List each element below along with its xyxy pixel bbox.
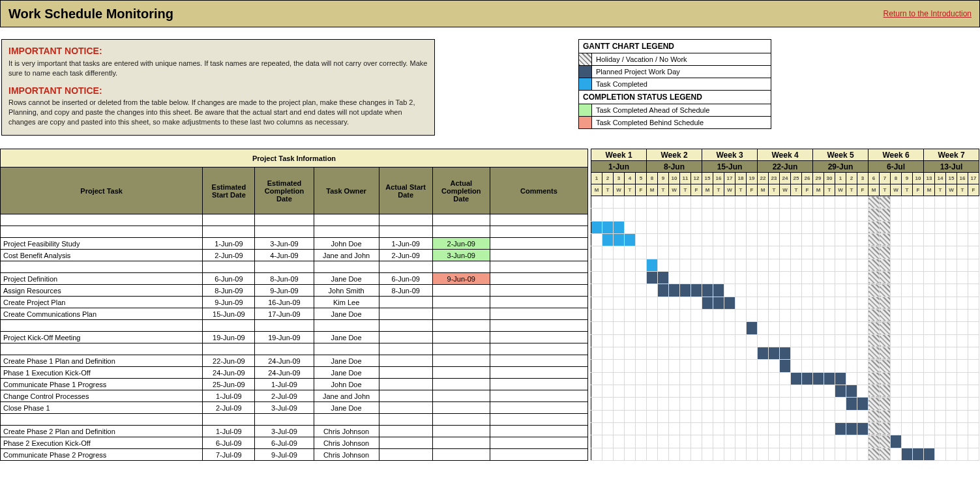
- task-cell[interactable]: [314, 414, 379, 426]
- task-cell[interactable]: [379, 355, 432, 367]
- task-cell[interactable]: [432, 320, 490, 332]
- task-cell[interactable]: 8-Jun-09: [203, 285, 255, 297]
- task-cell[interactable]: 22-Jun-09: [203, 355, 255, 367]
- task-cell[interactable]: 2-Jun-09: [379, 250, 432, 261]
- task-cell[interactable]: [379, 449, 432, 461]
- task-name-cell[interactable]: Communicate Phase 1 Progress: [1, 379, 203, 390]
- task-name-cell[interactable]: Assign Resources: [1, 285, 203, 297]
- task-cell[interactable]: [432, 449, 490, 461]
- task-cell[interactable]: Chris Johnson: [314, 426, 379, 437]
- task-cell[interactable]: 3-Jun-09: [432, 250, 490, 261]
- task-name-cell[interactable]: [1, 343, 203, 355]
- task-cell[interactable]: Chris Johnson: [314, 437, 379, 449]
- task-cell[interactable]: 1-Jun-09: [379, 238, 432, 250]
- task-cell[interactable]: Jane Doe: [314, 367, 379, 379]
- task-name-cell[interactable]: Communicate Phase 2 Progress: [1, 449, 203, 461]
- task-cell[interactable]: [314, 343, 379, 355]
- task-cell[interactable]: 25-Jun-09: [203, 379, 255, 390]
- task-cell[interactable]: 24-Jun-09: [255, 367, 314, 379]
- task-name-cell[interactable]: [1, 214, 203, 226]
- task-cell[interactable]: [490, 355, 587, 367]
- task-cell[interactable]: 6-Jun-09: [379, 273, 432, 285]
- task-cell[interactable]: [490, 320, 587, 332]
- task-name-cell[interactable]: Phase 1 Execution Kick-Off: [1, 367, 203, 379]
- task-cell[interactable]: [203, 343, 255, 355]
- task-cell[interactable]: 17-Jun-09: [255, 308, 314, 320]
- task-cell[interactable]: [255, 261, 314, 273]
- task-cell[interactable]: [379, 414, 432, 426]
- task-cell[interactable]: [432, 297, 490, 308]
- task-name-cell[interactable]: Project Kick-Off Meeting: [1, 332, 203, 343]
- task-name-cell[interactable]: Close Phase 1: [1, 402, 203, 414]
- task-cell[interactable]: 6-Jun-09: [203, 273, 255, 285]
- task-cell[interactable]: 1-Jul-09: [203, 426, 255, 437]
- task-cell[interactable]: [255, 226, 314, 238]
- task-cell[interactable]: 2-Jul-09: [203, 402, 255, 414]
- task-name-cell[interactable]: Create Project Plan: [1, 297, 203, 308]
- task-cell[interactable]: 3-Jul-09: [255, 402, 314, 414]
- task-cell[interactable]: [490, 426, 587, 437]
- task-cell[interactable]: Chris Johnson: [314, 449, 379, 461]
- task-cell[interactable]: [432, 285, 490, 297]
- task-cell[interactable]: Jane and John: [314, 250, 379, 261]
- task-name-cell[interactable]: Phase 2 Execution Kick-Off: [1, 437, 203, 449]
- task-cell[interactable]: [490, 226, 587, 238]
- task-cell[interactable]: 8-Jun-09: [255, 273, 314, 285]
- task-name-cell[interactable]: Create Communications Plan: [1, 308, 203, 320]
- task-cell[interactable]: [379, 332, 432, 343]
- task-cell[interactable]: 2-Jun-09: [432, 238, 490, 250]
- task-cell[interactable]: 1-Jul-09: [203, 390, 255, 402]
- task-name-cell[interactable]: Project Definition: [1, 273, 203, 285]
- task-cell[interactable]: 8-Jun-09: [379, 285, 432, 297]
- task-cell[interactable]: [432, 355, 490, 367]
- task-cell[interactable]: 3-Jun-09: [255, 238, 314, 250]
- task-cell[interactable]: [490, 402, 587, 414]
- task-cell[interactable]: [379, 320, 432, 332]
- task-cell[interactable]: [314, 226, 379, 238]
- task-cell[interactable]: 2-Jun-09: [203, 250, 255, 261]
- task-cell[interactable]: [432, 226, 490, 238]
- task-cell[interactable]: [255, 320, 314, 332]
- task-cell[interactable]: [379, 379, 432, 390]
- task-cell[interactable]: [379, 390, 432, 402]
- task-cell[interactable]: [379, 426, 432, 437]
- task-name-cell[interactable]: Create Phase 2 Plan and Definition: [1, 426, 203, 437]
- task-cell[interactable]: 4-Jun-09: [255, 250, 314, 261]
- task-name-cell[interactable]: [1, 414, 203, 426]
- task-cell[interactable]: Jane Doe: [314, 332, 379, 343]
- task-cell[interactable]: [432, 414, 490, 426]
- task-cell[interactable]: [490, 414, 587, 426]
- task-cell[interactable]: [490, 379, 587, 390]
- task-cell[interactable]: John Doe: [314, 379, 379, 390]
- task-cell[interactable]: [379, 308, 432, 320]
- task-cell[interactable]: [490, 297, 587, 308]
- task-name-cell[interactable]: [1, 226, 203, 238]
- task-cell[interactable]: [314, 320, 379, 332]
- task-cell[interactable]: 1-Jun-09: [203, 238, 255, 250]
- task-cell[interactable]: 19-Jun-09: [255, 332, 314, 343]
- task-cell[interactable]: [432, 379, 490, 390]
- task-cell[interactable]: 9-Jun-09: [255, 285, 314, 297]
- task-cell[interactable]: [490, 332, 587, 343]
- task-cell[interactable]: [379, 297, 432, 308]
- task-cell[interactable]: [490, 238, 587, 250]
- task-cell[interactable]: [490, 308, 587, 320]
- task-cell[interactable]: [490, 273, 587, 285]
- task-cell[interactable]: [432, 214, 490, 226]
- task-cell[interactable]: [203, 320, 255, 332]
- task-name-cell[interactable]: Create Phase 1 Plan and Definition: [1, 355, 203, 367]
- task-cell[interactable]: 19-Jun-09: [203, 332, 255, 343]
- task-cell[interactable]: [432, 343, 490, 355]
- task-cell[interactable]: Jane and John: [314, 390, 379, 402]
- task-cell[interactable]: Jane Doe: [314, 308, 379, 320]
- task-cell[interactable]: [379, 402, 432, 414]
- task-cell[interactable]: Jane Doe: [314, 273, 379, 285]
- task-cell[interactable]: 24-Jun-09: [203, 367, 255, 379]
- task-cell[interactable]: John Smith: [314, 285, 379, 297]
- task-cell[interactable]: 7-Jul-09: [203, 449, 255, 461]
- task-cell[interactable]: 9-Jun-09: [203, 297, 255, 308]
- task-cell[interactable]: [432, 426, 490, 437]
- task-cell[interactable]: [203, 261, 255, 273]
- task-cell[interactable]: Jane Doe: [314, 355, 379, 367]
- task-cell[interactable]: 6-Jul-09: [203, 437, 255, 449]
